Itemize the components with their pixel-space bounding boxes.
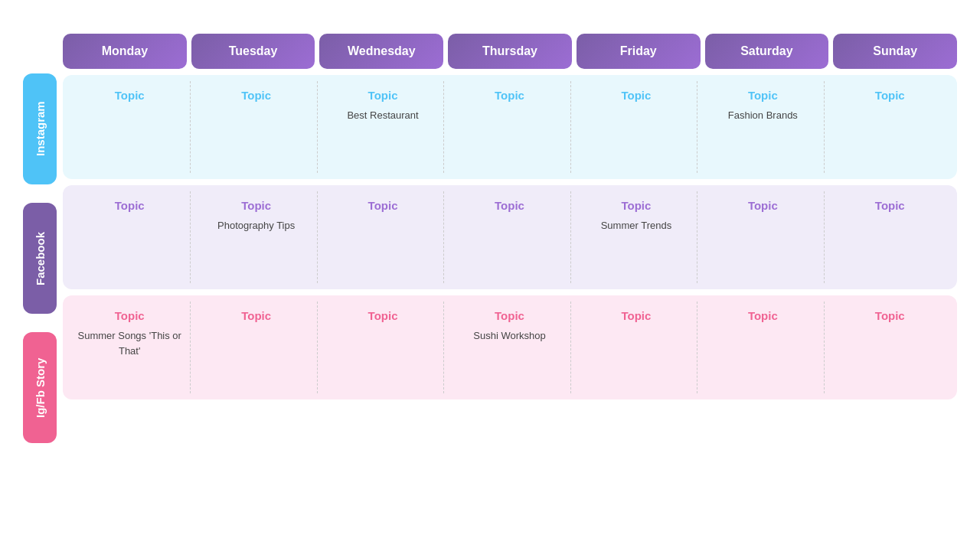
instagram-row-topic-5: Topic (748, 89, 778, 102)
header-row: MondayTuesdayWednesdayThursdayFridaySatu… (63, 34, 957, 69)
table-row: Topic (829, 81, 951, 173)
day-header-saturday: Saturday (705, 34, 829, 69)
igfbstory-row-topic-4: Topic (621, 309, 651, 322)
table-row: Topic (69, 191, 191, 283)
igfbstory-row-content-3: Sushi Workshop (473, 328, 545, 344)
instagram-row-topic-1: Topic (241, 89, 271, 102)
table-row: Topic (829, 302, 951, 393)
instagram-row-topic-0: Topic (115, 89, 145, 102)
igfbstory-row-topic-2: Topic (368, 309, 398, 322)
day-header-monday: Monday (63, 34, 187, 69)
table-row: Topic (195, 81, 317, 173)
calendar-container: Instagram Facebook Ig/Fb Story MondayTue… (23, 34, 957, 443)
igfbstory-row: TopicSummer Songs 'This or That'TopicTop… (63, 295, 957, 399)
table-row: Topic (195, 302, 317, 393)
table-row: TopicSummer Songs 'This or That' (69, 302, 191, 393)
facebook-label: Facebook (23, 203, 57, 314)
instagram-row-topic-6: Topic (875, 89, 905, 102)
facebook-row-topic-0: Topic (115, 199, 145, 212)
table-row: TopicPhotography Tips (195, 191, 317, 283)
table-row: TopicSummer Trends (576, 191, 697, 283)
day-header-thursday: Thursday (448, 34, 572, 69)
facebook-row-content-4: Summer Trends (601, 218, 671, 233)
facebook-row-topic-4: Topic (621, 199, 651, 212)
table-row: Topic (576, 302, 697, 393)
igfbstory-row-topic-3: Topic (495, 309, 524, 322)
facebook-row: TopicTopicPhotography TipsTopicTopicTopi… (63, 185, 957, 289)
table-row: Topic (69, 81, 191, 173)
igfbstory-row-topic-6: Topic (875, 309, 905, 322)
instagram-row-topic-2: Topic (368, 89, 398, 102)
instagram-row-topic-4: Topic (621, 89, 651, 102)
instagram-row-content-5: Fashion Brands (728, 108, 798, 123)
table-row: TopicBest Restaurant (322, 81, 444, 173)
igfbstory-row-topic-0: Topic (115, 309, 145, 322)
table-row: Topic (702, 191, 824, 283)
table-row: Topic (702, 302, 824, 393)
table-row: TopicSushi Workshop (449, 302, 570, 393)
instagram-row-topic-3: Topic (495, 89, 524, 102)
instagram-row-content-2: Best Restaurant (347, 108, 418, 123)
table-row: Topic (322, 191, 444, 283)
facebook-row-topic-6: Topic (875, 199, 905, 212)
igfbstory-row-content-0: Summer Songs 'This or That' (75, 328, 184, 358)
table-row: Topic (449, 81, 570, 173)
table-row: Topic (449, 191, 570, 283)
table-row: Topic (576, 81, 697, 173)
table-row: Topic (322, 302, 444, 393)
day-header-friday: Friday (577, 34, 701, 69)
igfbstory-label: Ig/Fb Story (23, 332, 57, 443)
instagram-row: TopicTopicTopicBest RestaurantTopicTopic… (63, 75, 957, 179)
day-header-tuesday: Tuesday (191, 34, 315, 69)
table-row: TopicFashion Brands (702, 81, 824, 173)
facebook-row-topic-1: Topic (241, 199, 271, 212)
facebook-row-topic-5: Topic (748, 199, 778, 212)
facebook-row-topic-2: Topic (368, 199, 398, 212)
day-header-wednesday: Wednesday (319, 34, 443, 69)
row-labels: Instagram Facebook Ig/Fb Story (23, 73, 57, 443)
igfbstory-row-topic-5: Topic (748, 309, 778, 322)
table-row: Topic (829, 191, 951, 283)
grid-area: MondayTuesdayWednesdayThursdayFridaySatu… (63, 34, 957, 443)
facebook-row-content-1: Photography Tips (217, 218, 295, 233)
instagram-label: Instagram (23, 73, 57, 184)
day-header-sunday: Sunday (833, 34, 957, 69)
facebook-row-topic-3: Topic (495, 199, 524, 212)
igfbstory-row-topic-1: Topic (241, 309, 271, 322)
